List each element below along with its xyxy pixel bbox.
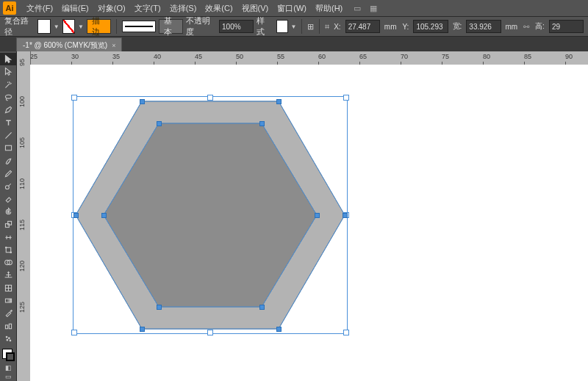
anchor-point[interactable] (74, 213, 79, 218)
screen-mode-row[interactable]: ▭ (0, 372, 16, 381)
menu-view[interactable]: 视图(V) (237, 3, 273, 14)
menu-edit[interactable]: 编辑(E) (57, 3, 93, 14)
selection-tool[interactable] (0, 53, 16, 65)
menu-effect[interactable]: 效果(C) (201, 3, 237, 14)
layout-icon[interactable]: ▭ (351, 2, 363, 14)
ruler-vertical[interactable]: 95100105110115120125 (17, 51, 31, 381)
menu-type[interactable]: 文字(T) (130, 3, 165, 14)
svg-point-14 (6, 336, 7, 338)
arrange-icon[interactable]: ▦ (368, 2, 379, 14)
fill-dropdown-icon[interactable]: ▼ (54, 23, 60, 30)
y-field[interactable]: 105.293 (413, 20, 448, 33)
symbol-sprayer-tool[interactable] (0, 333, 16, 345)
pencil-tool[interactable] (0, 167, 16, 180)
stroke-swatch[interactable] (62, 19, 75, 34)
ruler-tick: 110 (18, 178, 26, 189)
link-wh-icon[interactable]: ⚯ (522, 21, 531, 32)
selected-object[interactable] (74, 98, 346, 333)
handle-bottom-center[interactable] (207, 330, 213, 335)
rotate-tool[interactable] (0, 206, 16, 218)
graphic-style-swatch[interactable] (276, 20, 288, 33)
line-tool[interactable] (0, 129, 16, 142)
artboard[interactable] (30, 65, 588, 381)
free-transform-tool[interactable] (0, 244, 16, 256)
menu-select[interactable]: 选择(S) (165, 3, 201, 14)
menu-help[interactable]: 帮助(H) (311, 3, 347, 14)
blend-tool[interactable] (0, 320, 16, 333)
anchor-point[interactable] (157, 121, 162, 126)
ruler-tick: 65 (359, 53, 367, 60)
gradient-tool[interactable] (0, 294, 16, 307)
anchor-point[interactable] (259, 305, 265, 310)
menu-file[interactable]: 文件(F) (22, 3, 57, 14)
align-icon[interactable]: ⊞ (307, 22, 314, 32)
h-field[interactable]: 29 (549, 20, 584, 33)
fill-stroke-indicator[interactable] (0, 346, 16, 363)
svg-point-16 (7, 339, 8, 341)
color-mode-row[interactable]: ◧ (0, 363, 16, 372)
document-tab[interactable]: -1* @ 600% (CMYK/预览) × (16, 37, 122, 53)
bounding-box (73, 96, 348, 334)
width-tool[interactable] (0, 231, 16, 243)
anchor-point[interactable] (315, 213, 320, 218)
anchor-point[interactable] (276, 327, 282, 332)
rectangle-tool[interactable] (0, 142, 16, 154)
ruler-tick: 100 (18, 96, 26, 107)
transform-icon[interactable]: ⌗ (325, 22, 329, 32)
brush-preview[interactable] (122, 21, 156, 32)
x-unit: mm (384, 23, 397, 31)
fill-swatch[interactable] (37, 19, 50, 34)
svg-rect-1 (5, 146, 11, 151)
anchor-point[interactable] (276, 99, 282, 104)
menu-object[interactable]: 对象(O) (93, 3, 130, 14)
opacity-field[interactable]: 100% (219, 20, 254, 33)
w-field[interactable]: 33.926 (466, 20, 501, 33)
y-label: Y: (402, 23, 409, 31)
anchor-point[interactable] (140, 99, 145, 104)
menu-bar: Ai 文件(F) 编辑(E) 对象(O) 文字(T) 选择(S) 效果(C) 视… (0, 0, 588, 17)
x-field[interactable]: 27.487 (345, 20, 380, 33)
style-preset[interactable]: 基本 (159, 19, 183, 34)
blob-brush-tool[interactable] (0, 180, 16, 192)
type-tool[interactable] (0, 117, 16, 129)
mesh-tool[interactable] (0, 282, 16, 294)
handle-top-left[interactable] (71, 95, 77, 101)
canvas-area: 2530354045505560657075808590 95100105110… (17, 51, 588, 381)
svg-rect-3 (5, 224, 9, 228)
handle-bottom-left[interactable] (71, 330, 77, 335)
pen-tool[interactable] (0, 104, 16, 116)
handle-top-center[interactable] (207, 95, 213, 101)
magic-wand-tool[interactable] (0, 79, 16, 91)
ruler-tick: 30 (71, 53, 79, 60)
anchor-point[interactable] (140, 327, 145, 332)
ruler-horizontal[interactable]: 2530354045505560657075808590 (30, 51, 588, 65)
separator (319, 19, 320, 34)
separator (116, 19, 117, 34)
paintbrush-tool[interactable] (0, 155, 16, 167)
svg-point-17 (10, 340, 11, 341)
anchor-point[interactable] (259, 121, 265, 126)
lasso-tool[interactable] (0, 91, 16, 104)
stroke-dropdown-icon[interactable]: ▼ (78, 23, 84, 30)
direct-selection-tool[interactable] (0, 65, 16, 78)
ruler-tick: 115 (18, 219, 26, 231)
document-tab-title: -1* @ 600% (CMYK/预览) (23, 40, 107, 51)
ruler-tick: 85 (524, 53, 531, 60)
scale-tool[interactable] (0, 218, 16, 231)
handle-bottom-right[interactable] (343, 330, 349, 335)
anchor-point[interactable] (101, 213, 107, 218)
shape-builder-tool[interactable] (0, 256, 16, 269)
handle-top-right[interactable] (343, 95, 349, 101)
anchor-point[interactable] (157, 305, 162, 310)
svg-rect-11 (5, 299, 11, 302)
anchor-point[interactable] (343, 213, 348, 218)
style-dropdown-icon[interactable]: ▼ (291, 23, 297, 30)
eyedropper-tool[interactable] (0, 307, 16, 319)
eraser-tool[interactable] (0, 192, 16, 205)
stroke-panel-button[interactable]: 描边 (87, 19, 111, 34)
close-tab-icon[interactable]: × (112, 42, 115, 49)
workspace: ◧ ▭ 2530354045505560657075808590 9510010… (0, 51, 588, 381)
menu-window[interactable]: 窗口(W) (273, 3, 311, 14)
ruler-tick: 50 (236, 53, 243, 60)
perspective-grid-tool[interactable] (0, 269, 16, 281)
